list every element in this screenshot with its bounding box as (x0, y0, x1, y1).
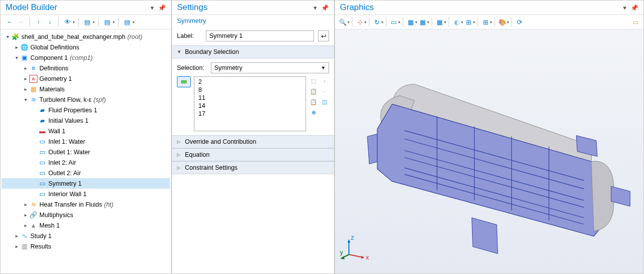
label-label: Label: (177, 32, 202, 39)
component-icon: ▣ (20, 54, 28, 62)
show-icon[interactable]: 👁 (62, 17, 72, 27)
selection-list-icon[interactable]: ▦ (435, 17, 445, 27)
section-title: Equation (185, 151, 209, 158)
boundary-icon: ▭ (38, 180, 46, 188)
lighting-icon[interactable]: 🎨 (497, 17, 507, 27)
settings-title: Settings (177, 2, 207, 12)
wireframe-icon[interactable]: ⊞ (464, 17, 474, 27)
list-item[interactable]: 11 (195, 94, 305, 102)
tree-inlet-air[interactable]: ▸▭ Inlet 2: Air (1, 157, 170, 168)
add-icon[interactable]: ⊕ (309, 108, 318, 117)
zoom-icon[interactable]: 🔍 (338, 17, 348, 27)
axis-triad: x z y (340, 234, 370, 264)
selection-listbox[interactable]: 2 8 11 14 17 (194, 76, 306, 131)
multiphysics-icon: 🔗 (29, 211, 37, 219)
graphics-canvas[interactable]: x z y (335, 29, 644, 274)
section-title: Constraint Settings (185, 164, 238, 171)
tree-outlet-water[interactable]: ▸▭ Outlet 1: Water (1, 147, 170, 157)
boundary-icon: ▭ (38, 138, 46, 146)
info-icon[interactable]: ▭ (631, 17, 641, 27)
boundary-icon: ▭ (38, 169, 46, 177)
label-input[interactable] (206, 30, 314, 41)
tree-multiphysics[interactable]: ▸🔗 Multiphysics (1, 210, 170, 220)
chevron-down-icon: ▼ (321, 65, 325, 70)
list-item[interactable]: 17 (195, 110, 305, 118)
transparency-icon[interactable]: ◐ (452, 17, 462, 27)
wall-icon: ▬ (38, 127, 46, 135)
pin-icon[interactable]: 📌 (630, 3, 640, 12)
up-icon[interactable]: ↑ (33, 17, 43, 27)
tree-materials[interactable]: ▸▦ Materials (1, 84, 170, 94)
active-toggle-button[interactable] (177, 76, 191, 87)
boundary-selection-body: Selection: Symmetry ▼ 2 8 11 14 17 ⬚ 📋 (172, 58, 334, 135)
dropdown-icon[interactable]: ▾ (150, 3, 155, 12)
tree-results[interactable]: ▸▥ Results (1, 241, 170, 252)
select-icon[interactable]: ▦ (406, 17, 416, 27)
plus-icon[interactable]: ＋ (320, 76, 329, 85)
snapshot-icon[interactable]: ⟳ (514, 17, 524, 27)
selection-dropdown[interactable]: Symmetry ▼ (211, 62, 329, 73)
chevron-right-icon: ▷ (177, 139, 182, 144)
chevron-down-icon: ▼ (177, 49, 182, 54)
boundary-selection-header[interactable]: ▼ Boundary Selection (172, 45, 334, 58)
tree-fluid-props[interactable]: ▸▰ Fluid Properties 1 (1, 105, 170, 115)
select-icon[interactable]: ◫ (320, 97, 329, 106)
forward-icon[interactable]: → (16, 17, 26, 27)
down-icon[interactable]: ↓ (45, 17, 55, 27)
heat-icon: ≋ (29, 201, 37, 209)
expand-icon[interactable]: ▤ (82, 17, 92, 27)
selection-body: 2 8 11 14 17 ⬚ 📋 📋 ⊕ ＋ − ◫ (177, 76, 329, 131)
tree-inlet-water[interactable]: ▸▭ Inlet 1: Water (1, 136, 170, 147)
back-icon[interactable]: ← (4, 17, 14, 27)
label-row: Label: ↩ (172, 28, 334, 45)
grid-icon[interactable]: ⊞ (481, 17, 490, 27)
equation-section[interactable]: ▷ Equation (172, 148, 334, 161)
tree-wall[interactable]: ▸▬ Wall 1 (1, 126, 170, 136)
tree-mesh[interactable]: ▸▲ Mesh 1 (1, 220, 170, 231)
tree-root[interactable]: ▾🧩 shell_and_tube_heat_exchanger.mph (ro… (1, 31, 170, 42)
paste-icon[interactable]: 📋 (309, 97, 318, 106)
graphics-toolbar: 🔍▾ ⊹▾ ↻▾ ▭▾ ▦▾ ▦▾ ▦▾ ◐▾ ⊞▾ ⊞▾ 🎨▾ ⟳ ▭ (335, 15, 644, 29)
list-item[interactable]: 14 (195, 102, 305, 110)
zoom-box-icon[interactable]: ⊹ (355, 17, 365, 27)
tree-turbulent-flow[interactable]: ▾≋ Turbulent Flow, k-ε (spf) (1, 94, 170, 105)
model-builder-toolbar: ← → ↑ ↓ 👁▾ ▤▾ ▤▾ ▤▾ (0, 15, 171, 29)
list-item[interactable]: 2 (195, 78, 305, 86)
override-section[interactable]: ▷ Override and Contribution (172, 135, 334, 148)
constraint-section[interactable]: ▷ Constraint Settings (172, 161, 334, 174)
tree-geometry[interactable]: ▸A Geometry 1 (1, 73, 170, 84)
tree-global-defs[interactable]: ▸🌐 Global Definitions (1, 42, 170, 52)
pin-icon[interactable]: 📌 (320, 3, 330, 12)
section-title: Override and Contribution (185, 138, 256, 145)
reset-button[interactable]: ↩ (318, 30, 329, 41)
defs-icon: ≡ (29, 64, 37, 72)
tree-outlet-air[interactable]: ▸▭ Outlet 2: Air (1, 168, 170, 178)
sort-icon[interactable]: ▤ (122, 17, 132, 27)
dropdown-icon[interactable]: ▾ (313, 3, 318, 12)
copy-icon[interactable]: 📋 (309, 87, 318, 96)
pin-icon[interactable]: 📌 (157, 3, 167, 12)
view-icon[interactable]: ▭ (389, 17, 399, 27)
tree-heat-transfer[interactable]: ▸≋ Heat Transfer in Fluids (ht) (1, 199, 170, 210)
hide-icon[interactable]: ▦ (418, 17, 428, 27)
zoom-selection-icon[interactable]: ⬚ (309, 76, 318, 85)
svg-text:x: x (366, 254, 369, 261)
tree-study[interactable]: ▸∿ Study 1 (1, 231, 170, 241)
panel-controls: ▾ 📌 (622, 3, 640, 12)
boundary-icon: ▭ (38, 159, 46, 167)
graphics-header: Graphics ▾ 📌 (335, 0, 644, 15)
tree-initial-values[interactable]: ▸▰ Initial Values 1 (1, 115, 170, 126)
model-builder-panel: Model Builder ▾ 📌 ← → ↑ ↓ 👁▾ ▤▾ ▤▾ ▤▾ ▾🧩… (0, 0, 171, 274)
tree-component[interactable]: ▾▣ Component 1 (comp1) (1, 52, 170, 63)
tree-symmetry[interactable]: ▸▭ Symmetry 1 (1, 178, 170, 189)
list-item[interactable]: 8 (195, 86, 305, 94)
collapse-icon[interactable]: ▤ (102, 17, 112, 27)
tree-interior-wall[interactable]: ▸▭ Interior Wall 1 (1, 189, 170, 199)
root-icon: 🧩 (11, 33, 19, 41)
model-builder-header: Model Builder ▾ 📌 (0, 0, 171, 15)
minus-icon[interactable]: − (320, 87, 329, 96)
tree-definitions[interactable]: ▸≡ Definitions (1, 63, 170, 73)
materials-icon: ▦ (29, 85, 37, 93)
rotate-icon[interactable]: ↻ (372, 17, 382, 27)
dropdown-icon[interactable]: ▾ (622, 3, 628, 12)
